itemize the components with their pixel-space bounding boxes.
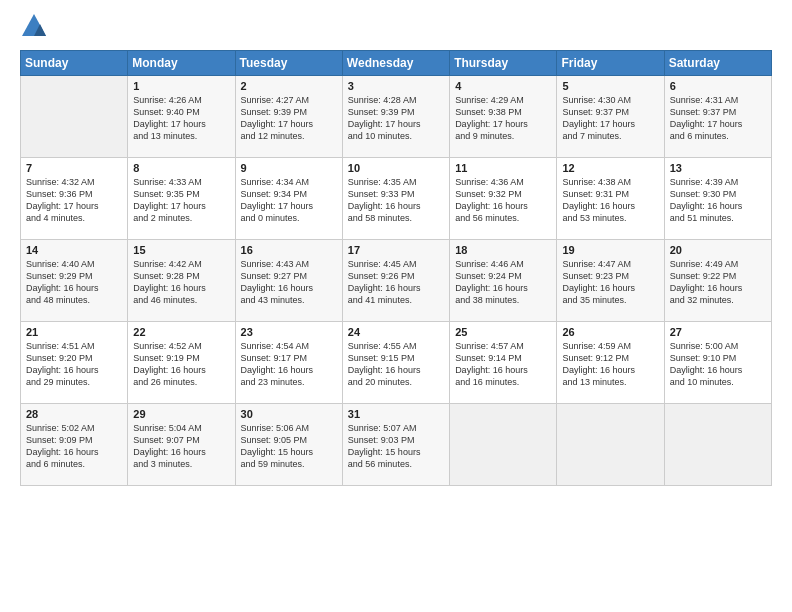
day-number: 16 xyxy=(241,244,337,256)
day-number: 5 xyxy=(562,80,658,92)
calendar-cell: 25Sunrise: 4:57 AMSunset: 9:14 PMDayligh… xyxy=(450,322,557,404)
logo xyxy=(20,16,52,40)
day-info: Sunrise: 4:54 AMSunset: 9:17 PMDaylight:… xyxy=(241,340,337,389)
day-info: Sunrise: 5:02 AMSunset: 9:09 PMDaylight:… xyxy=(26,422,122,471)
day-number: 25 xyxy=(455,326,551,338)
day-info: Sunrise: 4:43 AMSunset: 9:27 PMDaylight:… xyxy=(241,258,337,307)
calendar-cell: 17Sunrise: 4:45 AMSunset: 9:26 PMDayligh… xyxy=(342,240,449,322)
day-info: Sunrise: 4:29 AMSunset: 9:38 PMDaylight:… xyxy=(455,94,551,143)
calendar-cell: 26Sunrise: 4:59 AMSunset: 9:12 PMDayligh… xyxy=(557,322,664,404)
calendar-cell: 11Sunrise: 4:36 AMSunset: 9:32 PMDayligh… xyxy=(450,158,557,240)
day-number: 30 xyxy=(241,408,337,420)
calendar-cell: 28Sunrise: 5:02 AMSunset: 9:09 PMDayligh… xyxy=(21,404,128,486)
day-info: Sunrise: 5:06 AMSunset: 9:05 PMDaylight:… xyxy=(241,422,337,471)
day-info: Sunrise: 4:59 AMSunset: 9:12 PMDaylight:… xyxy=(562,340,658,389)
day-info: Sunrise: 4:47 AMSunset: 9:23 PMDaylight:… xyxy=(562,258,658,307)
day-number: 26 xyxy=(562,326,658,338)
calendar-cell: 7Sunrise: 4:32 AMSunset: 9:36 PMDaylight… xyxy=(21,158,128,240)
calendar-cell: 6Sunrise: 4:31 AMSunset: 9:37 PMDaylight… xyxy=(664,76,771,158)
calendar-cell: 13Sunrise: 4:39 AMSunset: 9:30 PMDayligh… xyxy=(664,158,771,240)
day-number: 8 xyxy=(133,162,229,174)
calendar-cell: 23Sunrise: 4:54 AMSunset: 9:17 PMDayligh… xyxy=(235,322,342,404)
calendar-cell: 22Sunrise: 4:52 AMSunset: 9:19 PMDayligh… xyxy=(128,322,235,404)
calendar-cell: 8Sunrise: 4:33 AMSunset: 9:35 PMDaylight… xyxy=(128,158,235,240)
day-info: Sunrise: 5:00 AMSunset: 9:10 PMDaylight:… xyxy=(670,340,766,389)
header xyxy=(20,16,772,40)
day-number: 19 xyxy=(562,244,658,256)
day-info: Sunrise: 4:49 AMSunset: 9:22 PMDaylight:… xyxy=(670,258,766,307)
day-number: 24 xyxy=(348,326,444,338)
day-info: Sunrise: 4:36 AMSunset: 9:32 PMDaylight:… xyxy=(455,176,551,225)
calendar-cell: 21Sunrise: 4:51 AMSunset: 9:20 PMDayligh… xyxy=(21,322,128,404)
day-info: Sunrise: 4:39 AMSunset: 9:30 PMDaylight:… xyxy=(670,176,766,225)
day-info: Sunrise: 4:27 AMSunset: 9:39 PMDaylight:… xyxy=(241,94,337,143)
day-number: 20 xyxy=(670,244,766,256)
day-info: Sunrise: 4:28 AMSunset: 9:39 PMDaylight:… xyxy=(348,94,444,143)
day-number: 27 xyxy=(670,326,766,338)
weekday-header: Friday xyxy=(557,51,664,76)
weekday-header: Tuesday xyxy=(235,51,342,76)
calendar-cell: 2Sunrise: 4:27 AMSunset: 9:39 PMDaylight… xyxy=(235,76,342,158)
day-number: 22 xyxy=(133,326,229,338)
calendar-cell: 20Sunrise: 4:49 AMSunset: 9:22 PMDayligh… xyxy=(664,240,771,322)
day-info: Sunrise: 4:38 AMSunset: 9:31 PMDaylight:… xyxy=(562,176,658,225)
weekday-header: Monday xyxy=(128,51,235,76)
day-info: Sunrise: 4:46 AMSunset: 9:24 PMDaylight:… xyxy=(455,258,551,307)
day-number: 7 xyxy=(26,162,122,174)
day-number: 9 xyxy=(241,162,337,174)
calendar-cell: 9Sunrise: 4:34 AMSunset: 9:34 PMDaylight… xyxy=(235,158,342,240)
day-number: 21 xyxy=(26,326,122,338)
day-info: Sunrise: 5:07 AMSunset: 9:03 PMDaylight:… xyxy=(348,422,444,471)
calendar-cell: 31Sunrise: 5:07 AMSunset: 9:03 PMDayligh… xyxy=(342,404,449,486)
calendar-cell: 12Sunrise: 4:38 AMSunset: 9:31 PMDayligh… xyxy=(557,158,664,240)
calendar-cell: 1Sunrise: 4:26 AMSunset: 9:40 PMDaylight… xyxy=(128,76,235,158)
calendar-cell: 3Sunrise: 4:28 AMSunset: 9:39 PMDaylight… xyxy=(342,76,449,158)
day-info: Sunrise: 4:30 AMSunset: 9:37 PMDaylight:… xyxy=(562,94,658,143)
day-info: Sunrise: 4:51 AMSunset: 9:20 PMDaylight:… xyxy=(26,340,122,389)
day-info: Sunrise: 4:55 AMSunset: 9:15 PMDaylight:… xyxy=(348,340,444,389)
calendar: SundayMondayTuesdayWednesdayThursdayFrid… xyxy=(20,50,772,486)
day-number: 18 xyxy=(455,244,551,256)
day-number: 13 xyxy=(670,162,766,174)
calendar-cell: 18Sunrise: 4:46 AMSunset: 9:24 PMDayligh… xyxy=(450,240,557,322)
weekday-header: Wednesday xyxy=(342,51,449,76)
day-number: 17 xyxy=(348,244,444,256)
calendar-cell: 29Sunrise: 5:04 AMSunset: 9:07 PMDayligh… xyxy=(128,404,235,486)
day-info: Sunrise: 4:33 AMSunset: 9:35 PMDaylight:… xyxy=(133,176,229,225)
calendar-cell: 24Sunrise: 4:55 AMSunset: 9:15 PMDayligh… xyxy=(342,322,449,404)
calendar-cell: 14Sunrise: 4:40 AMSunset: 9:29 PMDayligh… xyxy=(21,240,128,322)
calendar-cell: 16Sunrise: 4:43 AMSunset: 9:27 PMDayligh… xyxy=(235,240,342,322)
day-info: Sunrise: 4:34 AMSunset: 9:34 PMDaylight:… xyxy=(241,176,337,225)
day-number: 12 xyxy=(562,162,658,174)
day-number: 15 xyxy=(133,244,229,256)
day-number: 28 xyxy=(26,408,122,420)
calendar-cell xyxy=(21,76,128,158)
day-number: 2 xyxy=(241,80,337,92)
day-info: Sunrise: 4:32 AMSunset: 9:36 PMDaylight:… xyxy=(26,176,122,225)
day-info: Sunrise: 4:26 AMSunset: 9:40 PMDaylight:… xyxy=(133,94,229,143)
day-info: Sunrise: 5:04 AMSunset: 9:07 PMDaylight:… xyxy=(133,422,229,471)
day-info: Sunrise: 4:40 AMSunset: 9:29 PMDaylight:… xyxy=(26,258,122,307)
logo-icon xyxy=(20,12,48,40)
day-number: 31 xyxy=(348,408,444,420)
day-info: Sunrise: 4:45 AMSunset: 9:26 PMDaylight:… xyxy=(348,258,444,307)
calendar-cell xyxy=(557,404,664,486)
weekday-header: Thursday xyxy=(450,51,557,76)
weekday-header: Saturday xyxy=(664,51,771,76)
day-number: 14 xyxy=(26,244,122,256)
calendar-cell: 10Sunrise: 4:35 AMSunset: 9:33 PMDayligh… xyxy=(342,158,449,240)
day-info: Sunrise: 4:35 AMSunset: 9:33 PMDaylight:… xyxy=(348,176,444,225)
calendar-cell: 15Sunrise: 4:42 AMSunset: 9:28 PMDayligh… xyxy=(128,240,235,322)
weekday-header: Sunday xyxy=(21,51,128,76)
day-info: Sunrise: 4:52 AMSunset: 9:19 PMDaylight:… xyxy=(133,340,229,389)
day-number: 6 xyxy=(670,80,766,92)
day-number: 23 xyxy=(241,326,337,338)
day-number: 29 xyxy=(133,408,229,420)
calendar-cell: 4Sunrise: 4:29 AMSunset: 9:38 PMDaylight… xyxy=(450,76,557,158)
day-info: Sunrise: 4:42 AMSunset: 9:28 PMDaylight:… xyxy=(133,258,229,307)
day-number: 10 xyxy=(348,162,444,174)
calendar-cell: 5Sunrise: 4:30 AMSunset: 9:37 PMDaylight… xyxy=(557,76,664,158)
calendar-cell xyxy=(664,404,771,486)
day-info: Sunrise: 4:57 AMSunset: 9:14 PMDaylight:… xyxy=(455,340,551,389)
day-info: Sunrise: 4:31 AMSunset: 9:37 PMDaylight:… xyxy=(670,94,766,143)
